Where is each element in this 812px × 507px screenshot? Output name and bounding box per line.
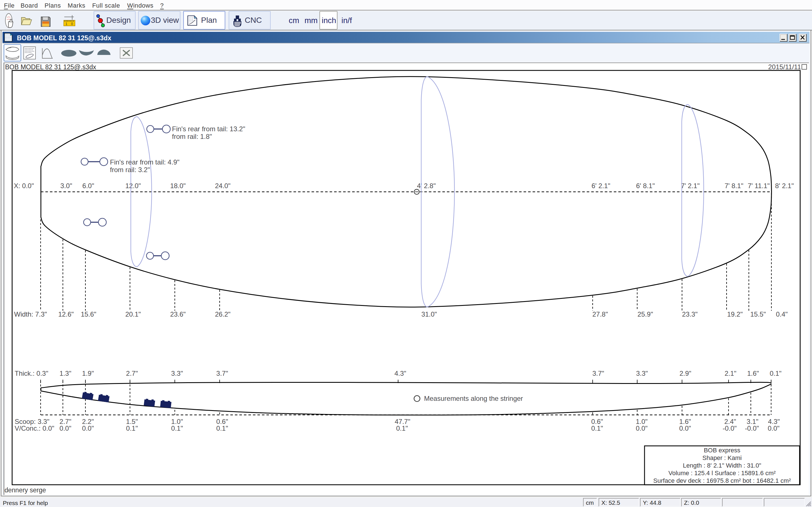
svg-text:from rail: 1.8": from rail: 1.8" bbox=[172, 133, 212, 140]
svg-text:1.5": 1.5" bbox=[126, 418, 138, 425]
svg-text:1.0": 1.0" bbox=[636, 418, 648, 425]
svg-text:Length : 8' 2.1" Width : 31.0: Length : 8' 2.1" Width : 31.0" bbox=[683, 462, 761, 469]
svg-text:0.0": 0.0" bbox=[59, 425, 71, 432]
svg-text:3.3": 3.3" bbox=[636, 370, 648, 377]
svg-text:Width: 7.3": Width: 7.3" bbox=[14, 311, 47, 318]
svg-text:X: 0.0": X: 0.0" bbox=[14, 182, 34, 189]
svg-text:BOB express: BOB express bbox=[704, 447, 741, 454]
svg-text:Volume : 125.4 l Surface : 15: Volume : 125.4 l Surface : 15891.6 cm² bbox=[668, 469, 776, 476]
svg-text:0.1": 0.1" bbox=[126, 425, 138, 432]
svg-text:7' 8.1": 7' 8.1" bbox=[725, 182, 743, 189]
svg-text:Fin's rear from tail: 4.9": Fin's rear from tail: 4.9" bbox=[110, 158, 180, 166]
svg-text:25.9": 25.9" bbox=[638, 311, 653, 318]
svg-text:12.6": 12.6" bbox=[58, 311, 73, 318]
svg-text:31.0": 31.0" bbox=[421, 311, 437, 318]
svg-text:1.6": 1.6" bbox=[679, 418, 691, 425]
svg-text:Scoop: 3.3": Scoop: 3.3" bbox=[15, 418, 49, 425]
svg-text:4.3": 4.3" bbox=[768, 418, 780, 425]
svg-text:3.0": 3.0" bbox=[60, 182, 72, 189]
svg-text:2.7": 2.7" bbox=[126, 370, 138, 377]
svg-text:3.7": 3.7" bbox=[592, 370, 604, 377]
svg-text:2.2": 2.2" bbox=[82, 418, 94, 425]
svg-text:2.9": 2.9" bbox=[679, 370, 691, 377]
svg-text:Measurements along the stringe: Measurements along the stringer bbox=[424, 395, 523, 402]
svg-text:23.3": 23.3" bbox=[682, 311, 698, 318]
svg-text:Surface dev deck : 16975.8 cm²: Surface dev deck : 16975.8 cm² bot : 164… bbox=[653, 477, 791, 484]
svg-text:6.0": 6.0" bbox=[82, 182, 94, 189]
svg-text:0.1": 0.1" bbox=[396, 425, 408, 432]
svg-text:12.0": 12.0" bbox=[125, 182, 141, 189]
svg-text:2.7": 2.7" bbox=[59, 418, 71, 425]
svg-text:3.1": 3.1" bbox=[747, 418, 758, 425]
svg-text:1: 1 bbox=[65, 22, 67, 26]
svg-text:4' 2.8": 4' 2.8" bbox=[417, 182, 436, 189]
svg-text:18.0": 18.0" bbox=[170, 182, 186, 189]
svg-text:8' 2.1": 8' 2.1" bbox=[775, 182, 794, 189]
svg-text:Shaper : Kami: Shaper : Kami bbox=[702, 454, 742, 461]
svg-text:1.0": 1.0" bbox=[171, 418, 183, 425]
svg-text:-0.0": -0.0" bbox=[745, 425, 759, 432]
svg-text:24.0": 24.0" bbox=[215, 182, 231, 189]
svg-text:15.5": 15.5" bbox=[750, 311, 766, 318]
svg-text:0.1": 0.1" bbox=[591, 425, 603, 432]
svg-text:1.6": 1.6" bbox=[747, 370, 759, 377]
svg-text:V/Conc.: 0.0": V/Conc.: 0.0" bbox=[15, 425, 54, 432]
svg-text:0.0": 0.0" bbox=[679, 425, 691, 432]
svg-text:15.6": 15.6" bbox=[81, 311, 96, 318]
svg-text:dennery serge: dennery serge bbox=[4, 487, 46, 494]
svg-text:7' 2.1": 7' 2.1" bbox=[681, 182, 700, 189]
svg-text:0.0": 0.0" bbox=[636, 425, 648, 432]
svg-text:0.6": 0.6" bbox=[591, 418, 603, 425]
svg-text:3.7": 3.7" bbox=[216, 370, 228, 377]
svg-text:-0.0": -0.0" bbox=[723, 425, 737, 432]
svg-text:0.1": 0.1" bbox=[171, 425, 183, 432]
svg-text:6' 8.1": 6' 8.1" bbox=[636, 182, 655, 189]
svg-text:0.1": 0.1" bbox=[770, 370, 781, 377]
svg-text:0: 0 bbox=[71, 22, 73, 26]
svg-text:BOB MODEL 82 31 125@.s3dx: BOB MODEL 82 31 125@.s3dx bbox=[5, 63, 96, 71]
svg-text:0.0": 0.0" bbox=[82, 425, 94, 432]
svg-text:19.2": 19.2" bbox=[727, 311, 743, 318]
svg-text:26.2": 26.2" bbox=[215, 311, 231, 318]
svg-text:Thick.: 0.3": Thick.: 0.3" bbox=[15, 370, 48, 377]
svg-text:0.1": 0.1" bbox=[216, 425, 228, 432]
svg-text:2015/11/11: 2015/11/11 bbox=[768, 63, 801, 71]
svg-text:23.6": 23.6" bbox=[170, 311, 186, 318]
svg-text:0.4": 0.4" bbox=[776, 311, 788, 318]
svg-text:0.0": 0.0" bbox=[768, 425, 779, 432]
svg-text:2.4": 2.4" bbox=[724, 418, 736, 425]
svg-text:3.3": 3.3" bbox=[171, 370, 183, 377]
svg-text:1.9": 1.9" bbox=[82, 370, 94, 377]
svg-text:2.1": 2.1" bbox=[725, 370, 737, 377]
svg-text:1.3": 1.3" bbox=[59, 370, 71, 377]
svg-text:7' 11.1": 7' 11.1" bbox=[748, 182, 770, 189]
svg-text:27.8": 27.8" bbox=[592, 311, 608, 318]
svg-text:47.7": 47.7" bbox=[395, 418, 410, 425]
svg-text:from rail: 3.2": from rail: 3.2" bbox=[110, 166, 150, 173]
svg-text:0.6": 0.6" bbox=[216, 418, 228, 425]
svg-text:Fin's rear from tail: 13.2": Fin's rear from tail: 13.2" bbox=[172, 125, 245, 133]
svg-text:6' 2.1": 6' 2.1" bbox=[592, 182, 610, 189]
svg-text:4.3": 4.3" bbox=[395, 370, 406, 377]
svg-text:20.1": 20.1" bbox=[125, 311, 141, 318]
